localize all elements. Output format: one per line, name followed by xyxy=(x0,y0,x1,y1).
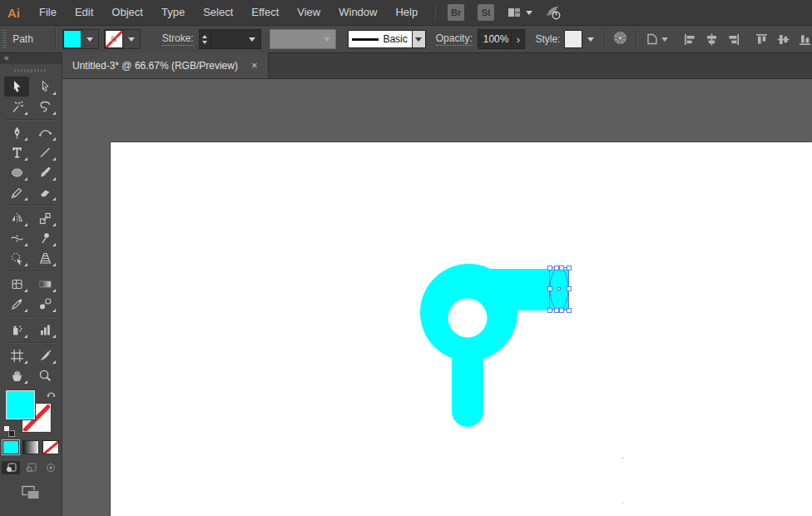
tools-panel-collapse-button[interactable]: « xyxy=(0,53,62,64)
opacity-input[interactable]: 100% xyxy=(478,29,512,49)
stroke-weight-stepper[interactable] xyxy=(199,29,210,49)
scale-tool[interactable] xyxy=(32,208,57,228)
select-similar-button[interactable] xyxy=(645,32,668,47)
canvas-pasteboard[interactable] xyxy=(62,79,812,516)
fill-color-swatch[interactable] xyxy=(63,30,82,48)
selection-handle[interactable] xyxy=(560,265,564,270)
fill-color-dropdown[interactable] xyxy=(62,29,99,49)
align-horizontal-center-button[interactable] xyxy=(705,32,719,47)
none-button[interactable] xyxy=(42,440,59,454)
shape-hole xyxy=(448,299,488,338)
opacity-label[interactable]: Opacity: xyxy=(436,32,473,46)
graphic-style-swatch[interactable] xyxy=(564,30,582,48)
width-tool[interactable] xyxy=(4,228,29,248)
controlbar-drag-handle[interactable] xyxy=(2,30,7,48)
blend-icon xyxy=(38,297,52,311)
stroke-color-swatch[interactable] xyxy=(105,30,123,48)
reflect-tool[interactable] xyxy=(4,208,29,228)
selection-handle[interactable] xyxy=(547,308,552,312)
stroke-color-dropdown[interactable] xyxy=(104,29,141,49)
tools-panel-drag-handle[interactable] xyxy=(0,64,62,77)
shape-builder-tool[interactable] xyxy=(4,248,29,268)
brush-definition-chevron[interactable] xyxy=(413,30,426,48)
menu-select[interactable]: Select xyxy=(194,0,242,25)
stepper-up-icon[interactable] xyxy=(202,35,207,38)
curvature-tool[interactable] xyxy=(32,122,57,142)
artwork[interactable] xyxy=(62,79,812,516)
brush-definition-dropdown[interactable]: Basic xyxy=(348,30,426,48)
brush-definition-field[interactable]: Basic xyxy=(348,30,413,48)
align-vertical-center-button[interactable] xyxy=(776,32,790,47)
bridge-button[interactable]: Br xyxy=(448,4,464,21)
eyedropper-tool[interactable] xyxy=(4,294,29,314)
align-bottom-button[interactable] xyxy=(798,32,812,47)
menu-help[interactable]: Help xyxy=(386,0,427,25)
drawing-mode-buttons xyxy=(0,461,62,474)
perspective-grid-tool[interactable] xyxy=(32,248,57,268)
hand-tool[interactable] xyxy=(4,365,29,385)
draw-behind-button[interactable] xyxy=(22,461,40,474)
align-top-button[interactable] xyxy=(755,32,769,47)
fill-proxy-swatch[interactable] xyxy=(6,390,35,419)
menu-window[interactable]: Window xyxy=(329,0,386,25)
pen-tool[interactable] xyxy=(4,122,29,142)
swap-fill-stroke-icon[interactable] xyxy=(46,389,57,399)
artboard-tool[interactable] xyxy=(4,345,29,365)
stepper-down-icon[interactable] xyxy=(202,41,207,44)
workspace-switcher-button[interactable] xyxy=(507,6,532,19)
stroke-weight-dropdown[interactable] xyxy=(210,29,261,49)
pencil-tool[interactable] xyxy=(4,182,29,202)
align-right-button[interactable] xyxy=(726,32,740,47)
gradient-tool[interactable] xyxy=(32,274,57,294)
puppet-warp-tool[interactable] xyxy=(32,228,57,248)
selection-tool[interactable] xyxy=(4,77,29,97)
selection-handle[interactable] xyxy=(567,308,571,312)
line-segment-tool[interactable] xyxy=(32,142,57,162)
blend-tool[interactable] xyxy=(32,294,57,314)
selection-handle[interactable] xyxy=(547,287,552,291)
selection-center-point[interactable] xyxy=(558,288,561,290)
menu-file[interactable]: File xyxy=(30,0,66,25)
menu-effect[interactable]: Effect xyxy=(242,0,288,25)
graphic-style-dropdown[interactable] xyxy=(564,30,599,48)
collapse-chevrons-icon: « xyxy=(4,53,9,62)
color-button[interactable] xyxy=(2,440,19,454)
column-graph-tool[interactable] xyxy=(32,320,57,340)
paintbrush-tool[interactable] xyxy=(32,162,57,182)
selection-handle[interactable] xyxy=(555,265,559,270)
change-screen-mode-button[interactable] xyxy=(0,484,62,501)
ellipse-tool[interactable] xyxy=(4,162,29,182)
align-left-button[interactable] xyxy=(683,32,697,47)
type-tool[interactable] xyxy=(4,142,29,162)
draw-inside-button[interactable] xyxy=(42,461,60,474)
mesh-tool[interactable] xyxy=(4,274,29,294)
menu-type[interactable]: Type xyxy=(152,0,194,25)
recolor-artwork-button[interactable] xyxy=(612,30,628,48)
opacity-expand-button[interactable]: › xyxy=(512,29,525,49)
menu-view[interactable]: View xyxy=(288,0,329,25)
selection-handle[interactable] xyxy=(560,308,564,312)
cyan-compound-shape[interactable] xyxy=(420,264,568,427)
selection-handle[interactable] xyxy=(555,308,559,312)
gpu-performance-button[interactable] xyxy=(544,4,562,21)
menu-object[interactable]: Object xyxy=(102,0,152,25)
slice-tool[interactable] xyxy=(32,345,57,365)
lasso-tool[interactable] xyxy=(32,97,57,117)
controlbar-separator xyxy=(636,28,636,50)
eraser-tool[interactable] xyxy=(32,182,57,202)
selection-handle[interactable] xyxy=(567,265,571,270)
zoom-tool[interactable] xyxy=(32,365,57,385)
direct-selection-tool[interactable] xyxy=(32,77,57,97)
document-tab[interactable]: Untitled-3* @ 66.67% (RGB/Preview) × xyxy=(62,52,269,78)
selection-handle[interactable] xyxy=(547,265,552,270)
tab-close-icon[interactable]: × xyxy=(251,60,258,71)
selection-handle[interactable] xyxy=(567,287,571,291)
stroke-weight-label[interactable]: Stroke: xyxy=(162,32,194,46)
default-fill-stroke-icon[interactable] xyxy=(3,425,15,437)
menu-edit[interactable]: Edit xyxy=(66,0,102,25)
draw-normal-button[interactable] xyxy=(2,461,20,474)
symbol-sprayer-tool[interactable] xyxy=(4,320,29,340)
stock-button[interactable]: St xyxy=(478,4,494,21)
gradient-button[interactable] xyxy=(22,440,39,454)
magic-wand-tool[interactable] xyxy=(4,97,29,117)
